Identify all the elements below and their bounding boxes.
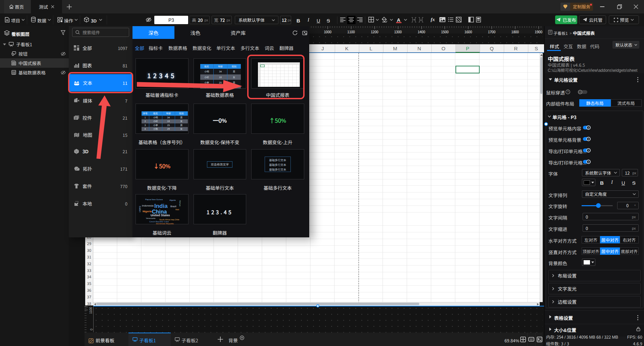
svg-text:?: ? [567, 90, 569, 94]
